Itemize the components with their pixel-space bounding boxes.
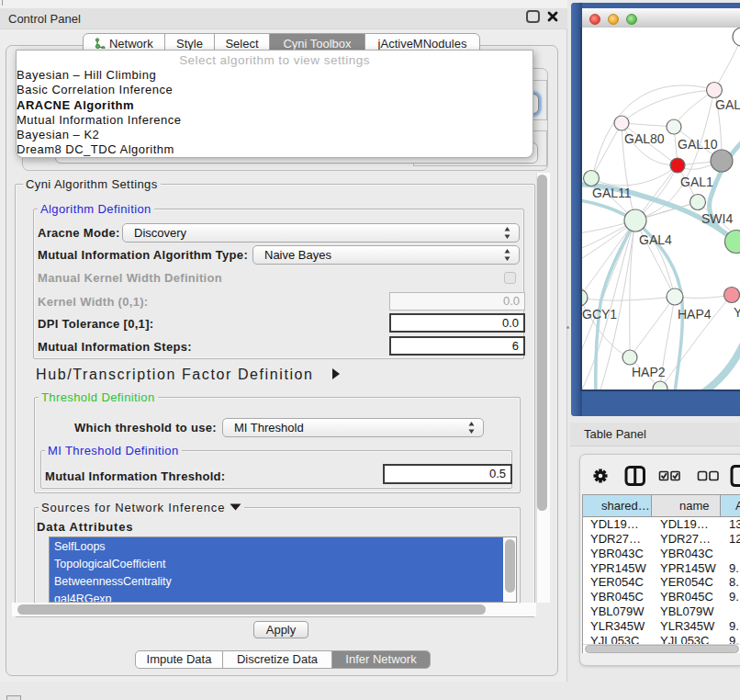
svg-text:GAL4: GAL4 — [639, 232, 672, 247]
svg-text:HAP4: HAP4 — [678, 307, 712, 322]
svg-text:Y: Y — [734, 305, 740, 320]
svg-text:GAL11: GAL11 — [592, 186, 632, 200]
svg-text:SWI4: SWI4 — [701, 211, 733, 226]
svg-text:HAP2: HAP2 — [632, 365, 666, 379]
svg-text:GCY1: GCY1 — [582, 307, 617, 322]
svg-text:GAL10: GAL10 — [678, 137, 718, 152]
svg-text:GAL1: GAL1 — [680, 175, 713, 189]
svg-text:GAL80: GAL80 — [624, 131, 665, 146]
svg-text:GAL7: GAL7 — [715, 97, 740, 112]
